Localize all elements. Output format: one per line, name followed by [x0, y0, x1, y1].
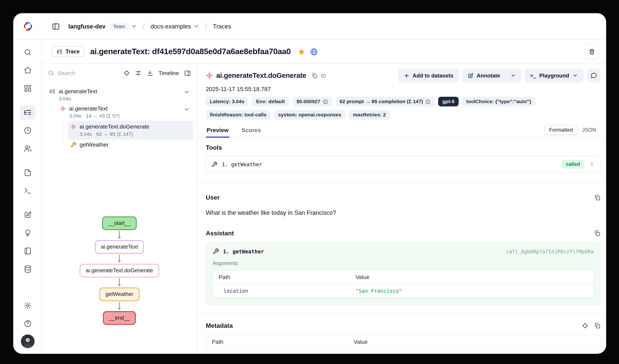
tree-search: [48, 70, 118, 76]
tree-row-dogenerate[interactable]: ai.generateText.doGenerate 3.04s 62 → 85…: [68, 121, 193, 140]
prompts-file-icon[interactable]: [20, 165, 35, 180]
datasets-database-icon[interactable]: [20, 262, 35, 276]
user-message: What is the weather like today in San Fr…: [206, 209, 600, 216]
graph-node-dogenerate[interactable]: ai.generateText.doGenerate: [80, 264, 159, 277]
dashboards-icon[interactable]: [20, 81, 35, 95]
preview-content: Tools 1. getWeather called: [197, 138, 606, 354]
sessions-clock-icon[interactable]: [20, 123, 35, 138]
search-input[interactable]: [57, 70, 90, 76]
filter-sliders-icon[interactable]: [135, 70, 142, 76]
breadcrumb-org[interactable]: langfuse-dev: [68, 23, 105, 30]
timeline-toggle[interactable]: Timeline: [158, 70, 179, 76]
sidebar-toggle-icon[interactable]: [52, 22, 60, 30]
chevron-right-icon[interactable]: [589, 161, 595, 167]
search-icon[interactable]: [20, 45, 35, 59]
value-header: Value: [348, 335, 600, 349]
tool-wrench-icon: [70, 142, 76, 148]
annotate-split-button: Annotate: [462, 69, 521, 82]
format-formatted-button[interactable]: Formatted: [544, 125, 578, 135]
home-icon[interactable]: [20, 63, 35, 78]
collapse-panel-icon[interactable]: [184, 70, 191, 77]
list-tree-icon: [57, 49, 63, 54]
detail-tabs: Preview Scores Formatted JSON: [197, 124, 606, 138]
observation-label: ai.generateText: [69, 105, 120, 112]
trace-chip-label: Trace: [66, 49, 80, 54]
wrench-icon: [211, 161, 217, 167]
tool-call-id: call_DgKARp7a7IhJPDczfifMp6Ra: [506, 248, 594, 254]
path-header: Path: [213, 270, 350, 284]
add-to-datasets-button[interactable]: Add to datasets: [398, 69, 459, 82]
tool-definition-row[interactable]: 1. getWeather called: [206, 156, 600, 173]
delete-trace-button[interactable]: [584, 44, 599, 59]
tree-row-getweather[interactable]: getWeather: [68, 140, 193, 150]
user-heading: User: [206, 194, 220, 201]
copy-metadata-icon[interactable]: [594, 323, 601, 329]
expand-tree-icon[interactable]: [124, 70, 130, 76]
tree-row-trace[interactable]: ai.generateText 3.04s: [47, 86, 194, 104]
finishreason-badge: finishReason: tool-calls: [206, 110, 270, 120]
support-help-icon[interactable]: [20, 316, 35, 331]
settings-gear-icon[interactable]: [20, 298, 35, 313]
format-toggle: Formatted JSON: [544, 125, 600, 135]
tokens-value: 62 prompt → 85 completion (Σ 147): [339, 99, 423, 104]
arguments-table-row: location "San Francisco": [213, 284, 593, 297]
plus-icon: [403, 73, 409, 79]
graph-edge: [119, 302, 120, 308]
graph-node-getweather[interactable]: getWeather: [99, 287, 139, 301]
graph-node-generatetext[interactable]: ai.generateText: [95, 240, 144, 254]
rail-bottom-group: [20, 298, 35, 348]
breadcrumb-section[interactable]: Traces: [213, 23, 231, 30]
chevron-down-icon[interactable]: [184, 107, 190, 112]
observation-duration: 3.04s: [69, 113, 81, 120]
playground-button[interactable]: >_ Playground: [525, 69, 584, 82]
trace-graph: __start__ ai.generateText ai.generateTex…: [42, 216, 197, 325]
observation-detail: ai.generateText.doGenerate ID Add to dat…: [197, 64, 606, 354]
breadcrumb-project[interactable]: docs-examples: [151, 23, 191, 30]
toolchoice-badge: toolChoice: {"type":"auto"}: [462, 97, 535, 106]
trace-header-bar: Trace ai.generateText: df41e597d0a85e0d7…: [42, 40, 606, 64]
value-header: Value: [350, 270, 593, 284]
annotate-button[interactable]: Annotate: [462, 69, 506, 82]
add-to-datasets-label: Add to datasets: [413, 73, 453, 79]
org-chevron-down-icon[interactable]: [131, 23, 137, 29]
trace-tree-panel: Timeline: [42, 64, 197, 354]
users-icon[interactable]: [20, 141, 35, 156]
tab-scores[interactable]: Scores: [241, 124, 262, 137]
langfuse-logo: [13, 21, 42, 32]
comment-bubble-icon[interactable]: [587, 69, 600, 82]
tokens-badge: 62 prompt → 85 completion (Σ 147): [336, 97, 435, 106]
playground-terminal-icon[interactable]: [20, 184, 35, 198]
evaluation-book-icon[interactable]: [20, 244, 35, 258]
public-globe-icon[interactable]: [310, 48, 318, 55]
copy-user-icon[interactable]: [594, 194, 601, 201]
graph-node-start[interactable]: __start__: [102, 216, 137, 230]
tool-call-card: 1. getWeather call_DgKARp7a7IhJPDczfifMp…: [206, 243, 600, 305]
insights-lightbulb-icon[interactable]: [20, 226, 35, 240]
user-avatar[interactable]: [21, 335, 34, 348]
detail-header: ai.generateText.doGenerate ID Add to dat…: [197, 64, 606, 82]
annotation-pencil-icon[interactable]: [20, 208, 35, 222]
download-icon[interactable]: [147, 70, 153, 76]
copy-id-icon[interactable]: [311, 73, 317, 79]
annotate-dropdown-chevron-icon[interactable]: [505, 69, 521, 82]
chevron-down-icon[interactable]: [184, 89, 190, 95]
observation-timestamp: 2025-11-17 15:55:18.787: [197, 82, 606, 92]
tree-connector: [63, 119, 63, 144]
trace-type-chip: Trace: [52, 46, 84, 57]
tree-row-generation[interactable]: ai.generateText 3.04s 14 → 43 (Σ 57): [57, 104, 194, 121]
expand-metadata-icon[interactable]: [582, 323, 589, 329]
arguments-table-header: Path Value: [213, 270, 593, 284]
format-json-button[interactable]: JSON: [578, 125, 600, 135]
graph-node-end[interactable]: __end__: [103, 311, 136, 325]
copy-assistant-icon[interactable]: [594, 230, 601, 236]
chevron-down-icon: [572, 73, 578, 78]
bookmark-star-icon[interactable]: [297, 48, 306, 55]
path-header: Path: [206, 335, 348, 349]
tab-preview[interactable]: Preview: [206, 124, 229, 137]
graph-edge: [119, 255, 120, 261]
traces-icon[interactable]: [20, 105, 35, 120]
project-chevron-down-icon[interactable]: [194, 23, 199, 29]
model-badge[interactable]: gpt-5: [438, 97, 459, 106]
tool-called-badge: called: [561, 160, 584, 169]
org-type-badge: Team: [110, 22, 129, 30]
